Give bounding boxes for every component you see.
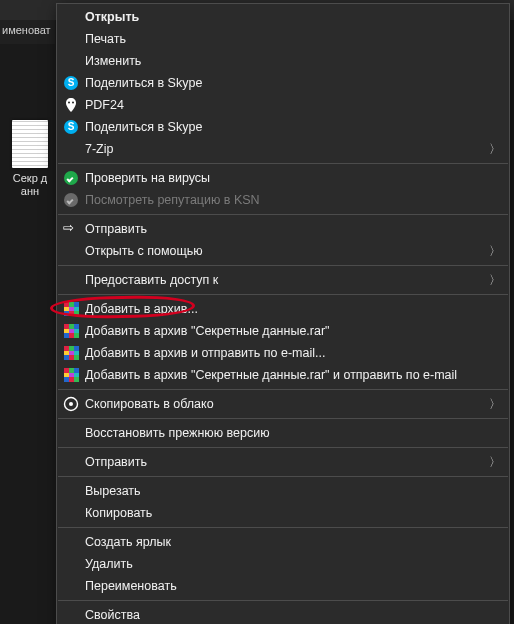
chevron-right-icon: 〉: [489, 396, 501, 413]
separator: [58, 265, 508, 266]
kaspersky-icon: [57, 171, 85, 185]
separator: [58, 447, 508, 448]
menu-label: Удалить: [85, 557, 491, 571]
winrar-icon: [57, 324, 85, 338]
menu-delete[interactable]: Удалить: [57, 553, 509, 575]
winrar-icon: [57, 302, 85, 316]
menu-ksn: Посмотреть репутацию в KSN: [57, 189, 509, 211]
menu-skype-share-1[interactable]: S Поделиться в Skype: [57, 72, 509, 94]
menu-rename[interactable]: Переименовать: [57, 575, 509, 597]
menu-label: Проверить на вирусы: [85, 171, 491, 185]
menu-label: Свойства: [85, 608, 491, 622]
separator: [58, 294, 508, 295]
menu-label: Изменить: [85, 54, 491, 68]
menu-rar-add[interactable]: Добавить в архив...: [57, 298, 509, 320]
menu-label: Поделиться в Skype: [85, 120, 491, 134]
menu-open-with[interactable]: Открыть с помощью 〉: [57, 240, 509, 262]
menu-edit[interactable]: Изменить: [57, 50, 509, 72]
svg-point-1: [72, 102, 74, 104]
menu-label: Копировать: [85, 506, 491, 520]
menu-cut[interactable]: Вырезать: [57, 480, 509, 502]
separator: [58, 163, 508, 164]
separator: [58, 600, 508, 601]
chevron-right-icon: 〉: [489, 141, 501, 158]
menu-label: Поделиться в Skype: [85, 76, 491, 90]
menu-label: Предоставить доступ к: [85, 273, 491, 287]
skype-icon: S: [57, 76, 85, 90]
menu-7zip[interactable]: 7-Zip 〉: [57, 138, 509, 160]
document-icon: [12, 120, 48, 168]
menu-restore[interactable]: Восстановить прежнюю версию: [57, 422, 509, 444]
menu-copy[interactable]: Копировать: [57, 502, 509, 524]
chevron-right-icon: 〉: [489, 454, 501, 471]
kaspersky-disabled-icon: [57, 193, 85, 207]
separator: [58, 418, 508, 419]
menu-label: Добавить в архив "Секретные данные.rar" …: [85, 368, 491, 382]
separator: [58, 476, 508, 477]
menu-label: Создать ярлык: [85, 535, 491, 549]
menu-shortcut[interactable]: Создать ярлык: [57, 531, 509, 553]
menu-rar-email[interactable]: Добавить в архив и отправить по e-mail..…: [57, 342, 509, 364]
menu-label: Отправить: [85, 455, 491, 469]
menu-label: Вырезать: [85, 484, 491, 498]
svg-point-3: [69, 402, 73, 406]
menu-send[interactable]: ⇨ Отправить: [57, 218, 509, 240]
file-label: Секр данн: [10, 172, 50, 198]
menu-rar-add-named[interactable]: Добавить в архив "Секретные данные.rar": [57, 320, 509, 342]
menu-label: Отправить: [85, 222, 491, 236]
pdf24-icon: [57, 97, 85, 113]
menu-virus-check[interactable]: Проверить на вирусы: [57, 167, 509, 189]
menu-pdf24[interactable]: PDF24: [57, 94, 509, 116]
menu-label: Открыть с помощью: [85, 244, 491, 258]
menu-rar-named-email[interactable]: Добавить в архив "Секретные данные.rar" …: [57, 364, 509, 386]
menu-label: Добавить в архив и отправить по e-mail..…: [85, 346, 491, 360]
chevron-right-icon: 〉: [489, 272, 501, 289]
winrar-icon: [57, 368, 85, 382]
menu-properties[interactable]: Свойства: [57, 604, 509, 624]
menu-send-to[interactable]: Отправить 〉: [57, 451, 509, 473]
cloud-icon: [57, 396, 85, 412]
menu-copy-cloud[interactable]: Скопировать в облако 〉: [57, 393, 509, 415]
separator: [58, 214, 508, 215]
menu-label: Восстановить прежнюю версию: [85, 426, 491, 440]
menu-label: PDF24: [85, 98, 491, 112]
menu-label: 7-Zip: [85, 142, 491, 156]
menu-label: Добавить в архив "Секретные данные.rar": [85, 324, 491, 338]
separator: [58, 527, 508, 528]
menu-skype-share-2[interactable]: S Поделиться в Skype: [57, 116, 509, 138]
separator: [58, 389, 508, 390]
share-icon: ⇨: [57, 221, 85, 237]
context-menu: Открыть Печать Изменить S Поделиться в S…: [56, 3, 510, 624]
menu-label: Скопировать в облако: [85, 397, 491, 411]
menu-grant-access[interactable]: Предоставить доступ к 〉: [57, 269, 509, 291]
file-thumbnail[interactable]: Секр данн: [10, 120, 50, 198]
menu-label: Посмотреть репутацию в KSN: [85, 193, 491, 207]
menu-label: Печать: [85, 32, 491, 46]
skype-icon: S: [57, 120, 85, 134]
winrar-icon: [57, 346, 85, 360]
menu-label: Добавить в архив...: [85, 302, 491, 316]
menu-label: Переименовать: [85, 579, 491, 593]
menu-open[interactable]: Открыть: [57, 6, 509, 28]
svg-point-0: [68, 102, 70, 104]
partial-toolbar-text: именоват: [0, 20, 55, 44]
menu-label: Открыть: [85, 10, 491, 24]
chevron-right-icon: 〉: [489, 243, 501, 260]
menu-print[interactable]: Печать: [57, 28, 509, 50]
